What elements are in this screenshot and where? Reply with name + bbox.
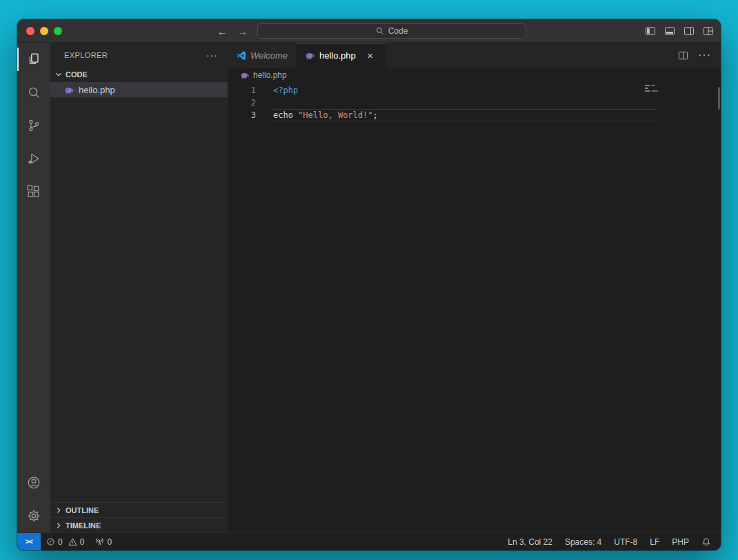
run-debug-icon — [26, 151, 41, 166]
sidebar-empty-space — [50, 97, 228, 502]
activity-source-control-button[interactable] — [17, 109, 50, 142]
tab-label: Welcome — [250, 50, 288, 61]
tab-welcome[interactable]: Welcome — [228, 43, 297, 68]
main-area: EXPLORER ··· CODE — [17, 43, 721, 532]
search-icon — [376, 27, 384, 35]
scrollbar-slider[interactable] — [718, 87, 720, 110]
remote-icon: >< — [26, 538, 33, 546]
explorer-sidebar: EXPLORER ··· CODE — [50, 43, 228, 532]
editor-group: Welcome hello.php — [228, 43, 721, 532]
code-token: <?php — [273, 86, 298, 95]
problems-status[interactable]: 0 0 — [41, 533, 90, 550]
sidebar-header: EXPLORER ··· — [50, 43, 228, 67]
vscode-window: ← → Code — [17, 19, 721, 550]
error-count: 0 — [58, 537, 63, 547]
code-token: echo — [273, 110, 298, 120]
indentation-setting[interactable]: Spaces: 4 — [565, 537, 601, 547]
close-window-button[interactable] — [26, 27, 34, 35]
bell-icon — [701, 537, 711, 547]
breadcrumb: hello.php — [228, 68, 721, 83]
zoom-window-button[interactable] — [54, 27, 62, 35]
file-item-hello-php[interactable]: hello.php — [50, 82, 228, 97]
chevron-right-icon — [53, 506, 64, 515]
status-bar: >< 0 0 0 — [17, 532, 721, 550]
extensions-icon — [26, 184, 41, 199]
encoding-setting[interactable]: UTF-8 — [614, 537, 637, 547]
cursor-position[interactable]: Ln 3, Col 22 — [508, 537, 552, 547]
customize-layout-icon[interactable] — [703, 26, 714, 37]
minimize-window-button[interactable] — [40, 27, 48, 35]
remote-indicator[interactable]: >< — [17, 533, 41, 550]
navigate-back-button[interactable]: ← — [217, 26, 228, 37]
line-number: 2 — [228, 98, 256, 108]
timeline-section[interactable]: TIMELINE — [50, 517, 228, 532]
section-label: CODE — [66, 70, 88, 79]
code-token: ; — [373, 110, 378, 120]
explorer-more-actions-button[interactable]: ··· — [206, 50, 218, 61]
outline-label: OUTLINE — [66, 506, 99, 514]
language-mode[interactable]: PHP — [672, 537, 689, 547]
settings-button[interactable] — [17, 499, 50, 532]
toggle-panel-icon[interactable] — [664, 26, 675, 37]
ports-count: 0 — [107, 537, 112, 547]
navigate-forward-button[interactable]: → — [237, 26, 248, 37]
account-button[interactable] — [17, 466, 50, 499]
line-number: 1 — [228, 86, 256, 95]
code-editor[interactable]: 1 <?php 2 3 echo "Hello, World!"; — [228, 83, 721, 532]
php-file-icon — [240, 70, 250, 80]
warning-count: 0 — [80, 537, 85, 547]
layout-controls — [645, 19, 714, 43]
editor-actions: ··· — [678, 43, 721, 68]
toggle-primary-sidebar-icon[interactable] — [645, 26, 656, 37]
files-icon — [26, 52, 41, 67]
account-icon — [26, 475, 41, 490]
chevron-down-icon — [53, 70, 64, 79]
tab-hello-php[interactable]: hello.php × — [297, 43, 386, 68]
activity-bar — [17, 43, 50, 532]
timeline-label: TIMELINE — [66, 521, 101, 530]
php-file-icon — [64, 85, 74, 95]
error-icon — [46, 537, 55, 546]
code-line-2[interactable]: 2 — [228, 97, 721, 109]
eol-setting[interactable]: LF — [650, 537, 659, 547]
tab-label: hello.php — [319, 50, 356, 61]
split-editor-icon[interactable] — [678, 50, 688, 61]
code-line-3[interactable]: 3 echo "Hello, World!"; — [228, 109, 721, 121]
vscode-logo-icon — [236, 50, 246, 61]
outline-section[interactable]: OUTLINE — [50, 502, 228, 517]
sidebar-title: EXPLORER — [64, 51, 206, 59]
command-center-search[interactable]: Code — [257, 23, 526, 39]
radio-tower-icon — [95, 537, 104, 546]
notifications-bell-button[interactable] — [701, 537, 711, 547]
ports-status[interactable]: 0 — [90, 533, 117, 550]
activity-explorer-button[interactable] — [17, 43, 50, 76]
titlebar: ← → Code — [17, 19, 721, 43]
tab-bar: Welcome hello.php — [228, 43, 721, 68]
activity-extensions-button[interactable] — [17, 175, 50, 208]
activity-bar-spacer — [17, 208, 50, 466]
activity-run-debug-button[interactable] — [17, 142, 50, 175]
source-control-icon — [26, 118, 41, 133]
window-controls — [26, 27, 62, 35]
toggle-secondary-sidebar-icon[interactable] — [684, 26, 695, 37]
code-token: "Hello, World!" — [298, 110, 372, 120]
activity-search-button[interactable] — [17, 76, 50, 109]
php-file-icon — [305, 50, 315, 61]
history-navigation: ← → — [217, 19, 248, 43]
close-tab-icon[interactable]: × — [364, 50, 377, 61]
chevron-right-icon — [53, 521, 64, 530]
line-number: 3 — [228, 110, 256, 120]
search-icon — [26, 85, 41, 100]
minimap[interactable] — [645, 85, 675, 93]
sidebar-section-code[interactable]: CODE — [50, 67, 228, 82]
gear-icon — [26, 508, 41, 523]
warning-icon — [68, 537, 77, 546]
file-item-label: hello.php — [79, 85, 115, 95]
breadcrumb-file[interactable]: hello.php — [253, 70, 287, 80]
command-center-label: Code — [388, 26, 408, 36]
status-bar-right: Ln 3, Col 22 Spaces: 4 UTF-8 LF PHP — [508, 533, 721, 550]
more-actions-icon[interactable]: ··· — [698, 49, 711, 61]
